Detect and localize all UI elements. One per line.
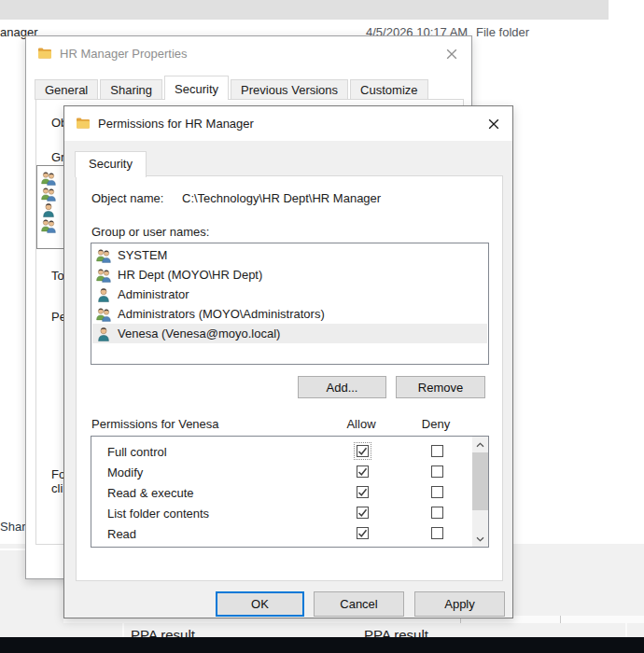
permissions-scrollbar[interactable] bbox=[472, 437, 488, 547]
group-user-names-list[interactable]: SYSTEM HR Dept (MOYO\HR Dept) Administra… bbox=[91, 243, 489, 365]
scroll-up-icon[interactable] bbox=[472, 437, 488, 452]
background-divider bbox=[625, 623, 627, 637]
allow-checkbox-read[interactable] bbox=[357, 527, 369, 539]
group-icon bbox=[41, 218, 56, 233]
permissions-titlebar[interactable]: Permissions for HR Manager bbox=[64, 106, 512, 141]
group-icon bbox=[96, 307, 111, 322]
deny-checkbox-full-control[interactable] bbox=[431, 445, 443, 457]
close-icon[interactable] bbox=[483, 114, 505, 134]
deny-checkbox-list-folder-contents[interactable] bbox=[431, 507, 443, 519]
tab-general[interactable]: General bbox=[35, 79, 98, 100]
scrollbar-thumb[interactable] bbox=[472, 452, 488, 510]
tab-previous-versions[interactable]: Previous Versions bbox=[231, 79, 348, 100]
apply-button[interactable]: Apply bbox=[414, 591, 505, 617]
properties-tab-strip: General Sharing Security Previous Versio… bbox=[35, 76, 430, 100]
allow-checkbox-list-folder-contents[interactable] bbox=[357, 507, 369, 519]
group-names-label: Group or user names: bbox=[91, 225, 209, 239]
group-icon bbox=[96, 268, 111, 283]
permissions-security-page: Object name: C:\Technology\HR Dept\HR Ma… bbox=[76, 175, 503, 581]
tab-security[interactable]: Security bbox=[164, 76, 229, 100]
list-item-system[interactable]: SYSTEM bbox=[92, 245, 487, 265]
allow-checkbox-modify[interactable] bbox=[357, 465, 369, 478]
selected-file-row-highlight[interactable] bbox=[0, 0, 609, 20]
file-row-type: File folder bbox=[476, 25, 529, 39]
list-item-venesa[interactable]: Venesa (Venesa@moyo.local) bbox=[92, 324, 487, 343]
remove-button[interactable]: Remove bbox=[396, 376, 485, 398]
add-button[interactable]: Add... bbox=[298, 376, 386, 398]
permissions-list[interactable]: Full control Modify Read & execute List … bbox=[91, 436, 489, 548]
tab-security[interactable]: Security bbox=[75, 151, 147, 177]
list-item-administrator[interactable]: Administrator bbox=[92, 285, 487, 304]
object-name-label: Object name: bbox=[91, 191, 163, 205]
clipped-share-text: Shar bbox=[0, 520, 25, 534]
close-icon[interactable] bbox=[441, 44, 463, 64]
object-name-value: C:\Technology\HR Dept\HR Manager bbox=[182, 191, 381, 205]
cancel-button[interactable]: Cancel bbox=[314, 591, 404, 617]
background-divider bbox=[560, 616, 561, 623]
user-icon bbox=[41, 202, 56, 217]
properties-dialog-title: HR Manager Properties bbox=[60, 47, 188, 61]
deny-checkbox-read[interactable] bbox=[431, 527, 443, 539]
group-icon bbox=[96, 248, 111, 263]
properties-titlebar[interactable]: HR Manager Properties bbox=[26, 36, 471, 71]
scroll-down-icon[interactable] bbox=[472, 531, 488, 547]
ok-button[interactable]: OK bbox=[216, 591, 304, 617]
list-item-administrators[interactable]: Administrators (MOYO\Administrators) bbox=[92, 304, 487, 324]
allow-checkbox-read-execute[interactable] bbox=[357, 486, 369, 498]
clipped-click-advanced-label: cli bbox=[51, 481, 63, 495]
clipped-to-change-label: To bbox=[51, 269, 64, 283]
user-icon bbox=[96, 326, 111, 341]
allow-checkbox-full-control[interactable] bbox=[357, 445, 369, 457]
tab-customize[interactable]: Customize bbox=[350, 79, 427, 100]
bottom-black-bar bbox=[0, 637, 644, 653]
deny-checkbox-modify[interactable] bbox=[431, 465, 443, 478]
permissions-for-label: Permissions for Venesa bbox=[91, 417, 219, 431]
user-icon bbox=[96, 287, 111, 302]
allow-column-header: Allow bbox=[341, 417, 382, 431]
group-icon bbox=[41, 171, 56, 186]
tab-sharing[interactable]: Sharing bbox=[100, 79, 162, 100]
background-divider bbox=[0, 549, 25, 550]
permissions-dialog-title: Permissions for HR Manager bbox=[98, 117, 254, 131]
background-divider bbox=[122, 623, 124, 637]
list-item-hr-dept[interactable]: HR Dept (MOYO\HR Dept) bbox=[92, 265, 487, 285]
deny-checkbox-read-execute[interactable] bbox=[431, 486, 443, 498]
group-icon bbox=[41, 187, 56, 201]
deny-column-header: Deny bbox=[415, 417, 456, 431]
folder-icon bbox=[76, 116, 91, 131]
permissions-dialog: Permissions for HR Manager Security Obje… bbox=[63, 105, 513, 618]
folder-icon bbox=[37, 46, 52, 61]
